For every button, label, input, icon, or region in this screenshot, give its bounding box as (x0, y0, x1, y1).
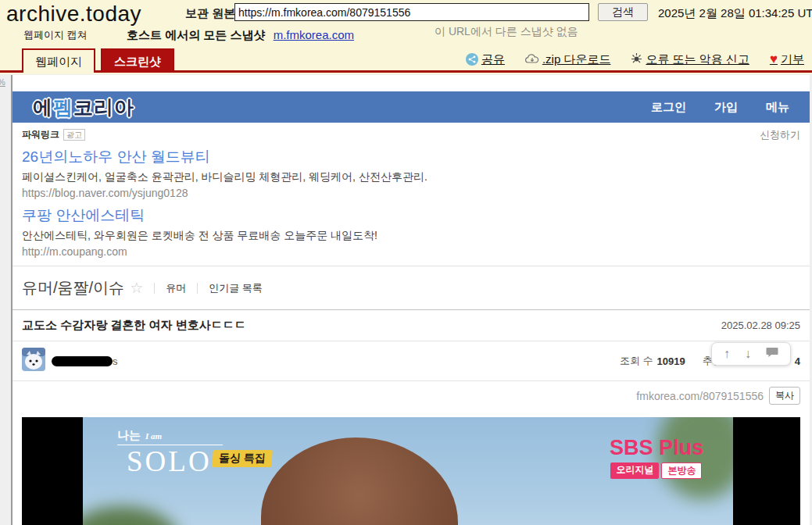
ad-description: 안산에스테틱, 와우회원은 로켓배송 전 상품 무료배송 오늘주문 내일도착! (22, 229, 800, 243)
ad-title-link[interactable]: 쿠팡 안산에스테틱 (22, 205, 800, 226)
powerlink-ads: 파워링크 광고 신청하기 26년의노하우 안산 월드뷰티 페이셜스킨케어, 얼굴… (13, 123, 810, 266)
author-avatar[interactable] (22, 348, 45, 374)
archived-page: 에펨코리아 로그인 가입 메뉴 파워링크 광고 신청하기 26년의노하우 안산 … (11, 75, 810, 525)
report-abuse-link[interactable]: 오류 또는 악용 신고 (631, 52, 749, 67)
favorite-star-icon[interactable]: ☆ (130, 279, 143, 297)
archive-url-input[interactable] (234, 3, 589, 21)
archive-actions: 공유 .zip 다운로드 오류 또는 악용 신고 ♥ 기부 (466, 52, 804, 67)
post-share-row: fmkorea.com/8079151556 복사 (13, 381, 810, 411)
tab-webpage[interactable]: 웹페이지 (22, 48, 95, 73)
donate-link[interactable]: ♥ 기부 (770, 52, 804, 67)
post-date: 2025.02.28 09:25 (721, 320, 800, 331)
zip-download-link[interactable]: .zip 다운로드 (525, 52, 611, 67)
cloud-download-icon (525, 53, 539, 66)
host-row: 호스트 에서의 모든 스냅샷 m.fmkorea.com (127, 28, 354, 43)
username-suffix: s (113, 355, 118, 367)
archive-logo[interactable]: archive.today (6, 2, 141, 27)
archive-subtitle: 웹페이지 캡쳐 (23, 28, 88, 42)
copy-url-button[interactable]: 복사 (769, 387, 800, 405)
post-title-row: 교도소 수감자랑 결혼한 여자 변호사ㄷㄷㄷ 2025.02.28 09:25 (13, 309, 810, 341)
channel-badge-live: 본방송 (661, 462, 702, 479)
share-icon (466, 53, 478, 66)
share-link[interactable]: 공유 (466, 52, 505, 67)
board-category-link[interactable]: 유머 (166, 281, 186, 295)
archive-header: archive.today 웹페이지 캡쳐 보관 원본 검색 2025년 2월 … (0, 0, 812, 74)
heart-icon: ♥ (770, 52, 778, 67)
views-label: 조회 수 (620, 354, 653, 368)
bug-report-icon (631, 52, 642, 66)
menu-link[interactable]: 메뉴 (766, 100, 789, 115)
post-title: 교도소 수감자랑 결혼한 여자 변호사ㄷㄷㄷ (22, 318, 246, 333)
popular-posts-link[interactable]: 인기글 목록 (209, 281, 263, 295)
fmkorea-header: 에펨코리아 로그인 가입 메뉴 (13, 91, 810, 123)
image-sky-background: 나는I am SOLO 돌싱 특집 SBS Plus 오리지널 본방송 (83, 417, 733, 525)
board-header: 유머/움짤/이슈 ☆ 유머 인기글 목록 (13, 266, 810, 309)
views-count: 10919 (657, 355, 685, 367)
redacted-username (52, 356, 113, 366)
zoom-percent-label[interactable]: % (0, 77, 5, 87)
likes-count: 4 (795, 355, 800, 367)
no-other-snapshots-text: 이 URL에서 다른 스냅샷 없음 (435, 25, 578, 39)
ad-badge: 광고 (63, 129, 85, 141)
ad-apply-link[interactable]: 신청하기 (760, 128, 800, 142)
board-title[interactable]: 유머/움짤/이슈 (22, 277, 124, 298)
divider (197, 283, 198, 294)
person-hair (261, 438, 458, 525)
vote-toolbar: ↑ ↓ (711, 342, 791, 366)
powerlink-label: 파워링크 (22, 128, 59, 141)
ad-item: 쿠팡 안산에스테틱 안산에스테틱, 와우회원은 로켓배송 전 상품 무료배송 오… (22, 205, 800, 258)
ad-url: http://m.coupang.com (22, 245, 800, 258)
show-logo: 나는I am SOLO (117, 428, 223, 476)
comment-icon[interactable] (766, 347, 778, 361)
host-snapshots-label: 호스트 에서의 모든 스냅샷 (127, 28, 266, 41)
tab-screenshot[interactable]: 스크린샷 (101, 48, 174, 73)
channel-badge-original: 오리지널 (610, 462, 659, 479)
divider (154, 283, 155, 294)
post-author-row: s 조회 수 10919 추천 4 ↑ ↓ (13, 341, 810, 381)
login-link[interactable]: 로그인 (651, 100, 686, 115)
special-episode-badge: 돌싱 특집 (212, 450, 272, 467)
archived-original-label: 보관 원본 (185, 6, 235, 21)
snapshot-timestamp: 2025년 2월 28일 01:34:25 UTC (658, 6, 812, 21)
fmkorea-logo[interactable]: 에펨코리아 (33, 95, 134, 120)
ad-url: https://blog.naver.com/ysjung0128 (22, 187, 800, 199)
post-short-url: fmkorea.com/8079151556 (636, 390, 764, 402)
foliage-bottom-left (83, 506, 181, 525)
ad-title-link[interactable]: 26년의노하우 안산 월드뷰티 (22, 147, 800, 167)
host-link[interactable]: m.fmkorea.com (274, 28, 354, 41)
downvote-icon[interactable]: ↓ (745, 348, 751, 360)
fmkorea-nav: 로그인 가입 메뉴 (651, 100, 789, 115)
search-button[interactable]: 검색 (598, 3, 648, 21)
channel-logo: SBS Plus 오리지널 본방송 (610, 438, 703, 479)
ad-item: 26년의노하우 안산 월드뷰티 페이셜스킨케어, 얼굴축소 윤곽관리, 바디슬리… (22, 147, 800, 199)
view-tabs: 웹페이지 스크린샷 (22, 48, 180, 73)
post-image: 나는I am SOLO 돌싱 특집 SBS Plus 오리지널 본방송 (22, 417, 800, 525)
ad-description: 페이셜스킨케어, 얼굴축소 윤곽관리, 바디슬리밍 체형관리, 웨딩케어, 산전… (22, 170, 800, 184)
join-link[interactable]: 가입 (714, 100, 738, 115)
upvote-icon[interactable]: ↑ (724, 348, 730, 360)
